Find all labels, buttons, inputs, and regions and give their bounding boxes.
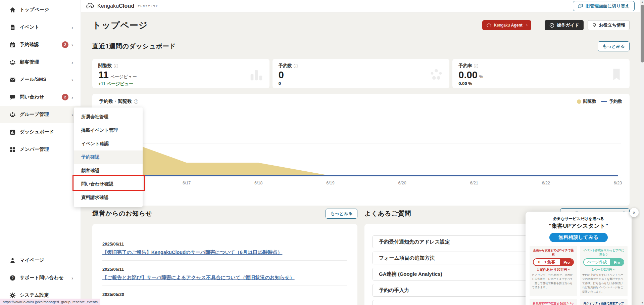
sidebar-item-8[interactable]: メンバー管理 [0,141,81,158]
chevron-right-icon: › [71,112,73,117]
news-link[interactable]: 【ご報告とお詫び】サーバ障害によるアクセス不具合について（復旧状況のお知らせ） [102,274,295,281]
stat-value-row: 0 [279,70,444,81]
user-icon [9,257,16,264]
tips-button[interactable]: お役立ち情報 [588,20,630,30]
help-icon: ? [9,275,16,281]
sidebar-item-2[interactable]: 予約確認2› [0,36,81,53]
stat-card-2: 予約率i0.00%0.00 % [452,59,630,88]
sidebar-item-3[interactable]: 顧客管理› [0,53,81,71]
sidebar-item-7[interactable]: ダッシュボード [0,123,81,141]
lightbulb-icon [592,23,597,28]
x-tick-label: 6/18 [254,181,262,185]
gear-icon [9,292,16,299]
stat-value: 0.00 [458,70,477,81]
chevron-right-icon: › [71,42,73,47]
brand-name: KengakuCloud [97,3,134,9]
notification-badge: 2 [62,41,68,48]
guide-button[interactable]: 操作ガイド [545,20,584,30]
info-icon[interactable]: i [474,64,478,68]
sidebar-item-6[interactable]: グループ管理› [0,106,81,123]
stat-card-0: 閲覧数i11ページビュー+11 ページビュー [92,59,269,88]
sidebar-item-label: イベント [20,24,39,30]
close-icon[interactable]: × [630,208,639,217]
chart-title: 予約数・閲覧数 [99,98,132,104]
stat-unit: ページビュー [110,74,137,80]
customers-icon [9,59,16,66]
group-menu-item-0[interactable]: 所属会社管理 [74,110,143,124]
scrollbar-thumb[interactable] [641,5,644,62]
scrollbar[interactable]: ▲ ▼ [640,0,644,305]
news-item-2: 2025/05/20 [102,290,347,302]
sidebar-item-1[interactable]: ?サポート問い合わせ› [0,269,81,287]
switch-old-admin-button[interactable]: 旧管理画面に切り替え [573,1,635,11]
stat-subvalue: 0.00 % [458,81,624,86]
sidebar-item-1[interactable]: イベント› [0,18,81,36]
windows-icon [578,4,583,9]
stat-value: 0 [279,70,284,81]
news-date: 2025/06/11 [102,242,347,247]
sidebar-item-label: グループ管理 [20,112,49,118]
x-tick-label: 6/21 [470,181,478,185]
info-icon[interactable]: i [134,99,138,104]
home-icon [9,7,16,13]
free-consultation-button[interactable]: 無料相談してみる [549,233,608,242]
service-tagline: 高クオリティ画像で集客アップを狙う [582,302,625,305]
news-column: 運営からのお知らせ もっとみる 2025/06/11【復旧完了のご報告】Keng… [92,208,357,305]
sidebar-item-5[interactable]: 問い合わせ2› [0,88,81,106]
sidebar-nav: トップページイベント›予約確認2›顧客管理›メール/SMS›問い合わせ2›グルー… [0,1,81,158]
legend-line-swatch [601,101,607,102]
news-more-button[interactable]: もっとみる [326,209,357,219]
info-icon[interactable]: i [294,64,298,68]
info-icon[interactable]: i [114,64,118,68]
notification-badge: 2 [62,94,68,100]
news-link[interactable]: 【復旧完了のご報告】KengakuCloudのサーバ障害について（6月11日15… [102,249,282,256]
service-description: 予約の上がりやすいイベントページの画像やテキストを弊社ですべて作成。打ち合わせだ… [582,273,625,294]
group-menu-item-2[interactable]: イベント確認 [74,137,143,150]
agent-cloud-icon [486,24,492,27]
stat-people-icon [429,68,444,82]
sidebar-item-label: メンバー管理 [20,146,49,152]
svg-text:?: ? [11,276,13,280]
stat-card-title: 予約率 [458,63,472,69]
brand-logo[interactable]: KengakuCloud ケンガククラウド [86,3,158,9]
group-menu-item-3[interactable]: 予約確認 [74,150,143,164]
stat-value-row: 11ページビュー [98,70,263,81]
chevron-right-icon: › [526,23,528,28]
group-menu-item-4[interactable]: 顧客確認 [74,164,143,177]
sidebar-item-label: ダッシュボード [20,129,54,135]
scroll-down-arrow-icon[interactable]: ▼ [640,302,644,304]
sidebar-item-0[interactable]: マイページ [0,252,81,269]
dashboard-section-head: 直近1週間のダッシュボード もっとみる [92,41,630,51]
sidebar-item-4[interactable]: メール/SMS› [0,71,81,88]
group-icon [9,112,16,118]
service-price: １案件あたり30万円～ [532,267,575,272]
news-head-row: 運営からのお知らせ もっとみる [92,208,357,220]
stat-bookmark-icon [609,68,624,82]
kengaku-agent-button[interactable]: Kengaku Agent › [482,20,531,30]
stat-card-1: 予約数i00 [273,59,450,88]
x-tick-label: 6/17 [183,181,191,185]
chevron-right-icon: › [71,275,73,280]
group-menu-item-1[interactable]: 掲載イベント管理 [74,124,143,137]
x-tick-label: 6/20 [398,181,406,185]
scroll-up-arrow-icon[interactable]: ▲ [640,1,644,3]
sidebar-item-0[interactable]: トップページ [0,1,81,18]
promo-services-grid: 企画から実施までゼロイチで提案0→1 集客Pro１案件あたり30万円～ヒアリング… [530,246,628,305]
dashboard-more-button[interactable]: もっとみる [598,41,630,51]
promo-service-1: イベント作成をマルっとプロに頼もうページ作成Pro1ページ2万円～予約の上がりや… [580,246,628,296]
pageviews-area-series [115,137,618,176]
service-pill-button[interactable]: 0→1 集客Pro [533,258,574,266]
service-pill-button[interactable]: ページ作成Pro [583,258,625,266]
stat-subvalue: 0 [279,81,444,86]
group-menu-item-6[interactable]: 資料請求確認 [74,191,143,204]
chevron-right-icon: › [71,95,73,100]
news-date: 2025/06/11 [102,267,347,272]
group-menu-item-5[interactable]: 問い合わせ確認 [74,177,143,191]
promo-title: "集客UPアシスタント" [530,222,628,230]
title-row: トップページ Kengaku Agent › 操作 [92,18,630,33]
service-tagline: イベント作成をマルっとプロに頼もう [582,249,625,257]
news-date: 2025/05/20 [102,292,347,297]
legend-dot-swatch [577,99,581,104]
stat-unit: % [479,74,483,79]
stat-value-row: 0.00% [458,70,624,81]
